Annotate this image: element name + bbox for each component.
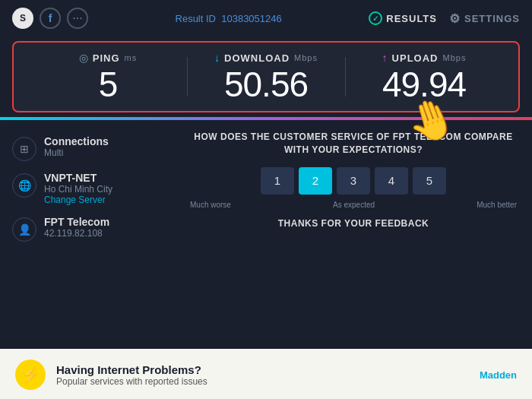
thanks-message: THANKS FOR YOUR FEEDBACK bbox=[278, 218, 429, 229]
download-item: ↓ DOWNLOAD Mbps 50.56 bbox=[187, 52, 345, 102]
more-options-icon[interactable]: ··· bbox=[67, 8, 88, 29]
provider-ip: 42.119.82.108 bbox=[44, 228, 109, 239]
settings-label: SETTINGS bbox=[464, 13, 520, 24]
globe-icon: 🌐 bbox=[12, 173, 36, 198]
rating-button-2[interactable]: 2 bbox=[299, 167, 332, 195]
rating-button-1[interactable]: 1 bbox=[261, 167, 294, 195]
rating-button-4[interactable]: 4 bbox=[375, 167, 408, 195]
isp-row: 🌐 VNPT-NET Ho Chi Minh City Change Serve… bbox=[12, 167, 179, 210]
connections-icon: ⊞ bbox=[12, 137, 36, 161]
rating-label-center: As expected bbox=[333, 201, 375, 209]
isp-text: VNPT-NET Ho Chi Minh City Change Server bbox=[44, 172, 112, 205]
results-label: RESULTS bbox=[386, 13, 437, 24]
connections-label: Connections bbox=[44, 135, 109, 147]
user-icon: 👤 bbox=[12, 217, 36, 242]
settings-button[interactable]: ⚙ SETTINGS bbox=[449, 11, 520, 26]
upload-value: 49.94 bbox=[382, 67, 466, 102]
ping-item: ◎ PING ms 5 bbox=[29, 52, 187, 102]
download-icon: ↓ bbox=[214, 52, 220, 64]
upload-item: ↑ UPLOAD Mbps 49.94 bbox=[345, 52, 503, 102]
connections-text: Connections Multi bbox=[44, 135, 109, 158]
result-id-value[interactable]: 10383051246 bbox=[221, 13, 282, 24]
header-left: S f ··· bbox=[12, 8, 88, 29]
main-content: 🤚 ⊞ Connections Multi 🌐 VNPT-NET Ho Chi … bbox=[0, 120, 532, 254]
bottom-title: Having Internet Problems? bbox=[56, 363, 469, 376]
survey-panel: HOW DOES THE CUSTOMER SERVICE OF FPT TEL… bbox=[179, 131, 520, 229]
result-id-container: Result ID 10383051246 bbox=[176, 13, 282, 24]
bottom-text-area: Having Internet Problems? Popular servic… bbox=[56, 363, 469, 387]
rating-label-left: Much worse bbox=[190, 201, 231, 209]
survey-question: HOW DOES THE CUSTOMER SERVICE OF FPT TEL… bbox=[187, 131, 520, 157]
bottom-right: Madden bbox=[480, 369, 517, 381]
provider-row: 👤 FPT Telecom 42.119.82.108 bbox=[12, 211, 179, 246]
isp-label: VNPT-NET bbox=[44, 172, 112, 184]
facebook-icon[interactable]: f bbox=[40, 8, 61, 29]
download-label: DOWNLOAD bbox=[224, 52, 290, 64]
isp-city: Ho Chi Minh City bbox=[44, 184, 112, 195]
download-unit: Mbps bbox=[294, 53, 318, 62]
upload-icon: ↑ bbox=[382, 52, 388, 64]
warning-icon: ⚡ bbox=[15, 359, 46, 390]
results-button[interactable]: ✓ RESULTS bbox=[369, 11, 437, 25]
result-id-label: Result ID bbox=[176, 13, 216, 24]
check-icon: ✓ bbox=[369, 11, 382, 25]
upload-unit: Mbps bbox=[442, 53, 466, 62]
madden-link[interactable]: Madden bbox=[480, 369, 517, 381]
header-right: ✓ RESULTS ⚙ SETTINGS bbox=[369, 11, 520, 26]
provider-label: FPT Telecom bbox=[44, 216, 109, 228]
logo-icon: S bbox=[12, 8, 33, 29]
ping-unit: ms bbox=[125, 53, 138, 62]
ping-label: PING bbox=[93, 52, 120, 64]
change-server-link[interactable]: Change Server bbox=[44, 195, 112, 205]
connection-info-panel: ⊞ Connections Multi 🌐 VNPT-NET Ho Chi Mi… bbox=[12, 131, 179, 246]
download-value: 50.56 bbox=[224, 67, 308, 102]
rating-buttons-row: 1 2 3 4 5 bbox=[261, 167, 446, 195]
connections-row: ⊞ Connections Multi bbox=[12, 131, 179, 166]
connections-value: Multi bbox=[44, 147, 109, 158]
rating-button-3[interactable]: 3 bbox=[337, 167, 370, 195]
bottom-panel: ⚡ Having Internet Problems? Popular serv… bbox=[0, 349, 532, 399]
ping-value: 5 bbox=[99, 67, 118, 102]
upload-label: UPLOAD bbox=[392, 52, 439, 64]
provider-text: FPT Telecom 42.119.82.108 bbox=[44, 216, 109, 239]
bottom-subtitle: Popular services with reported issues bbox=[56, 376, 469, 387]
app-header: S f ··· Result ID 10383051246 ✓ RESULTS … bbox=[0, 0, 532, 36]
rating-button-5[interactable]: 5 bbox=[413, 167, 446, 195]
gear-icon: ⚙ bbox=[449, 11, 461, 26]
ping-icon: ◎ bbox=[79, 52, 88, 64]
rating-labels: Much worse As expected Much better bbox=[187, 201, 520, 209]
rating-label-right: Much better bbox=[477, 201, 517, 209]
